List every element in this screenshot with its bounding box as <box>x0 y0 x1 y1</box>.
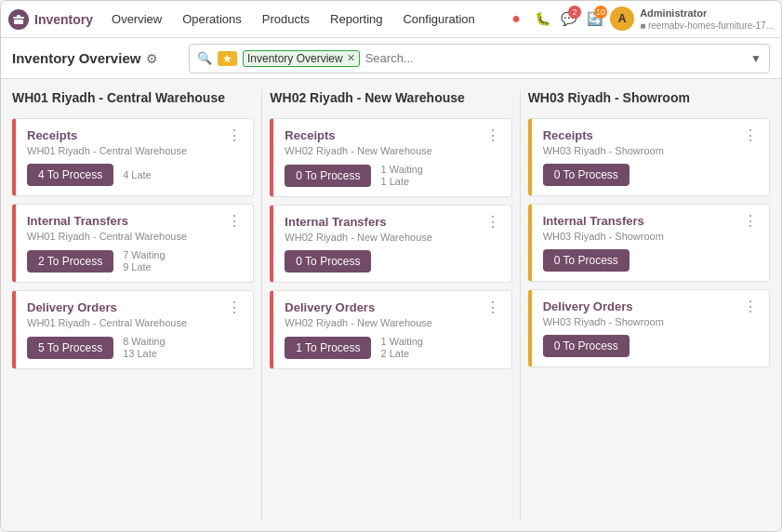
card-header: Delivery Orders⋮ <box>285 300 499 315</box>
app-window: Inventory Overview Operations Products R… <box>0 0 782 532</box>
user-avatar[interactable]: A <box>610 7 634 31</box>
process-button[interactable]: 5 To Process <box>27 337 113 359</box>
warehouse-column-wh03: WH03 Riyadh - ShowroomReceipts⋮WH03 Riya… <box>521 90 770 520</box>
warehouse-title-wh03: WH03 Riyadh - Showroom <box>528 90 770 109</box>
card-subtitle: WH03 Riyadh - Showroom <box>543 316 758 327</box>
nav-item-overview[interactable]: Overview <box>102 8 171 30</box>
favorite-star[interactable]: ★ <box>218 51 237 66</box>
settings-icon[interactable]: ⚙ <box>146 51 158 66</box>
warehouse-column-wh02: WH02 Riyadh - New WarehouseReceipts⋮WH02… <box>262 90 519 520</box>
card-menu-icon[interactable]: ⋮ <box>485 128 500 143</box>
card-subtitle: WH03 Riyadh - Showroom <box>543 231 758 242</box>
search-bar[interactable]: 🔍 ★ Inventory Overview ✕ ▼ <box>189 44 770 73</box>
card-stats: 1 Waiting1 Late <box>380 164 422 187</box>
stat-late: 9 Late <box>123 261 165 273</box>
operation-card-wh03-0: Receipts⋮WH03 Riyadh - Showroom0 To Proc… <box>528 118 770 196</box>
activity-icon[interactable]: 🔄 10 <box>584 8 604 29</box>
card-title[interactable]: Internal Transfers <box>285 215 386 229</box>
nav-item-configuration[interactable]: Configuration <box>393 8 484 30</box>
card-menu-icon[interactable]: ⋮ <box>743 128 758 143</box>
card-actions: 2 To Process7 Waiting9 Late <box>27 249 242 273</box>
process-button[interactable]: 4 To Process <box>27 164 113 186</box>
warehouse-column-wh01: WH01 Riyadh - Central WarehouseReceipts⋮… <box>12 90 261 520</box>
process-button[interactable]: 0 To Process <box>543 164 630 186</box>
stat-waiting: 1 Waiting <box>380 164 422 175</box>
card-title[interactable]: Internal Transfers <box>543 214 644 228</box>
card-header: Delivery Orders⋮ <box>27 300 242 315</box>
card-title[interactable]: Receipts <box>285 128 335 142</box>
card-title[interactable]: Delivery Orders <box>543 299 633 313</box>
circle-red-icon[interactable]: ● <box>506 8 526 29</box>
chat-icon[interactable]: 💬 2 <box>558 8 578 29</box>
stat-late: 1 Late <box>380 176 422 187</box>
user-info: Administrator ■ reemabv-homes-furniture-… <box>640 7 774 32</box>
card-subtitle: WH02 Riyadh - New Warehouse <box>285 317 499 328</box>
operation-card-wh01-0: Receipts⋮WH01 Riyadh - Central Warehouse… <box>12 118 254 196</box>
process-button[interactable]: 0 To Process <box>543 249 630 272</box>
search-icon: 🔍 <box>197 51 212 65</box>
card-menu-icon[interactable]: ⋮ <box>743 299 758 314</box>
search-dropdown-icon[interactable]: ▼ <box>750 52 762 65</box>
user-name: Administrator <box>640 7 774 20</box>
card-actions: 0 To Process1 Waiting1 Late <box>285 164 499 187</box>
card-header: Internal Transfers⋮ <box>543 214 758 229</box>
process-button[interactable]: 0 To Process <box>543 335 630 357</box>
card-header: Internal Transfers⋮ <box>27 214 242 229</box>
card-title[interactable]: Internal Transfers <box>27 214 128 228</box>
card-stats: 7 Waiting9 Late <box>123 249 165 273</box>
stat-waiting: 8 Waiting <box>123 336 165 347</box>
bug-icon[interactable]: 🐛 <box>532 8 552 29</box>
process-button[interactable]: 1 To Process <box>285 337 371 359</box>
navbar-right: ● 🐛 💬 2 🔄 10 A Administrator ■ reemabv-h… <box>506 7 774 32</box>
card-title[interactable]: Receipts <box>27 128 77 142</box>
operation-card-wh03-2: Delivery Orders⋮WH03 Riyadh - Showroom0 … <box>528 289 770 367</box>
page-title-area: Inventory Overview ⚙ <box>12 50 179 66</box>
warehouse-title-wh02: WH02 Riyadh - New Warehouse <box>270 90 511 109</box>
card-actions: 5 To Process8 Waiting13 Late <box>27 336 242 359</box>
card-actions: 0 To Process <box>543 249 758 272</box>
brand[interactable]: Inventory <box>8 9 93 30</box>
card-stats: 1 Waiting2 Late <box>380 336 422 359</box>
activity-badge: 10 <box>594 6 607 19</box>
card-actions: 1 To Process1 Waiting2 Late <box>285 336 499 359</box>
nav-item-products[interactable]: Products <box>253 8 319 30</box>
stat-late: 4 Late <box>123 169 152 180</box>
nav-item-reporting[interactable]: Reporting <box>321 8 391 30</box>
svg-rect-2 <box>17 15 20 18</box>
card-menu-icon[interactable]: ⋮ <box>743 214 758 229</box>
card-stats: 8 Waiting13 Late <box>123 336 165 359</box>
subheader: Inventory Overview ⚙ 🔍 ★ Inventory Overv… <box>1 38 781 79</box>
operation-card-wh02-2: Delivery Orders⋮WH02 Riyadh - New Wareho… <box>270 290 511 369</box>
card-title[interactable]: Delivery Orders <box>285 300 375 314</box>
stat-late: 13 Late <box>123 348 165 359</box>
search-tag-close[interactable]: ✕ <box>347 52 355 64</box>
card-title[interactable]: Delivery Orders <box>27 300 117 314</box>
chat-badge: 2 <box>568 6 581 19</box>
stat-waiting: 1 Waiting <box>380 336 422 347</box>
card-menu-icon[interactable]: ⋮ <box>227 300 242 315</box>
brand-icon <box>8 9 29 30</box>
card-subtitle: WH02 Riyadh - New Warehouse <box>285 145 499 156</box>
operation-card-wh01-1: Internal Transfers⋮WH01 Riyadh - Central… <box>12 204 254 283</box>
card-actions: 4 To Process4 Late <box>27 164 242 186</box>
card-header: Internal Transfers⋮ <box>285 215 499 230</box>
nav-menu: Overview Operations Products Reporting C… <box>102 8 506 30</box>
search-input[interactable] <box>365 51 745 65</box>
search-tag: Inventory Overview ✕ <box>243 50 360 67</box>
card-menu-icon[interactable]: ⋮ <box>227 214 242 229</box>
nav-item-operations[interactable]: Operations <box>173 8 251 30</box>
card-title[interactable]: Receipts <box>543 128 593 142</box>
brand-name: Inventory <box>34 12 93 27</box>
card-menu-icon[interactable]: ⋮ <box>485 215 500 230</box>
search-tag-label: Inventory Overview <box>247 52 343 65</box>
operation-card-wh03-1: Internal Transfers⋮WH03 Riyadh - Showroo… <box>528 204 770 282</box>
card-subtitle: WH01 Riyadh - Central Warehouse <box>27 145 242 156</box>
process-button[interactable]: 0 To Process <box>285 250 371 273</box>
card-subtitle: WH02 Riyadh - New Warehouse <box>285 232 499 243</box>
process-button[interactable]: 0 To Process <box>285 165 371 187</box>
user-instance: ■ reemabv-homes-furniture-17... <box>640 20 774 32</box>
card-menu-icon[interactable]: ⋮ <box>485 300 500 315</box>
process-button[interactable]: 2 To Process <box>27 250 113 273</box>
card-menu-icon[interactable]: ⋮ <box>227 128 242 143</box>
page-title: Inventory Overview <box>12 50 140 66</box>
